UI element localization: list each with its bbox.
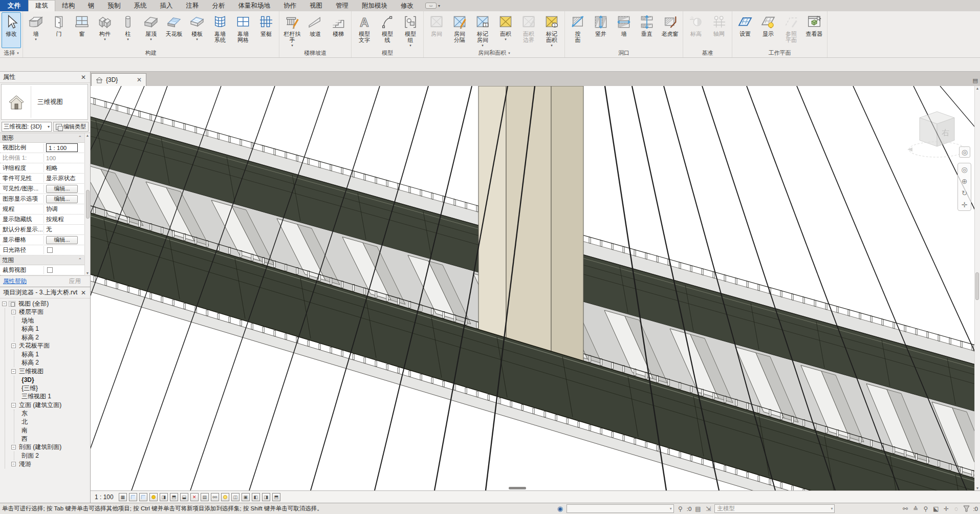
scale-icon[interactable]: ▦ <box>119 493 127 501</box>
render-icon[interactable]: ⬒ <box>170 493 178 501</box>
tree-collapse-icon[interactable]: − <box>11 344 16 348</box>
background-processes-icon[interactable]: ◌ <box>952 505 960 512</box>
ribbon-button-floor[interactable]: 楼板▾ <box>186 12 208 48</box>
chevron-down-icon[interactable]: ▾ <box>482 44 484 48</box>
ribbon-button-ceiling[interactable]: 天花板 <box>163 12 185 48</box>
tab-file[interactable]: 文件 <box>0 0 28 11</box>
prop-row[interactable]: 零件可见性显示原状态 <box>0 174 90 184</box>
ribbon-display-toggle[interactable]: ▭ ▾ <box>425 0 440 11</box>
prop-row[interactable]: 显示栅格编辑... <box>0 235 90 245</box>
full-navigation-wheel-icon[interactable]: ◎ <box>960 165 969 174</box>
select-underlay-icon[interactable]: ≙ <box>911 505 919 512</box>
close-icon[interactable]: ✕ <box>80 289 87 296</box>
chevron-down-icon[interactable]: ▾ <box>196 37 198 41</box>
ribbon-tab-体量和场地[interactable]: 体量和场地 <box>232 0 277 11</box>
ribbon-button-component[interactable]: 构件▾ <box>94 12 116 48</box>
tree-item[interactable]: −视图 (全部) <box>2 299 90 308</box>
prop-checkbox[interactable] <box>47 247 53 253</box>
show-crop-region-icon[interactable] <box>190 493 199 501</box>
ribbon-tab-预制[interactable]: 预制 <box>101 0 127 11</box>
ribbon-button-curtain-grid[interactable]: 幕墙 网格 <box>232 12 254 48</box>
tree-collapse-icon[interactable]: − <box>11 310 16 314</box>
ribbon-button-cursor[interactable]: 修改 <box>2 12 21 48</box>
ribbon-tab-钢[interactable]: 钢 <box>81 0 101 11</box>
tree-collapse-icon[interactable]: − <box>11 369 16 374</box>
ribbon-button-column[interactable]: 柱▾ <box>117 12 139 48</box>
ribbon-button-wall[interactable]: 墙▾ <box>25 12 47 48</box>
chevron-down-icon[interactable]: ▾ <box>104 37 106 41</box>
ribbon-tab-插入[interactable]: 插入 <box>154 0 180 11</box>
select-pinned-icon[interactable]: ⚲ <box>922 505 929 512</box>
highlight-displacement-sets-icon[interactable]: ◧ <box>252 493 260 501</box>
ribbon-tab-协作[interactable]: 协作 <box>277 0 303 11</box>
chevron-down-icon[interactable]: ▾ <box>291 44 293 48</box>
prop-row[interactable]: 视图比例1 : 100 <box>0 143 90 153</box>
close-icon[interactable]: ✕ <box>80 74 87 81</box>
ribbon-tab-建筑[interactable]: 建筑 <box>28 0 55 11</box>
scrollbar-thumb[interactable] <box>975 272 979 300</box>
prop-edit-button[interactable]: 编辑... <box>46 195 78 203</box>
ribbon-button-dormer[interactable]: 老虎窗 <box>659 12 681 48</box>
properties-help-link[interactable]: 属性帮助 <box>3 277 27 285</box>
ribbon-tab-管理[interactable]: 管理 <box>329 0 355 11</box>
tree-item[interactable]: 标高 1 <box>20 350 90 359</box>
pan-icon[interactable]: ✛ <box>960 200 969 209</box>
ribbon-button-model-text[interactable]: A模型 文字 <box>353 12 376 48</box>
worksets-dialog-icon[interactable]: ▤ <box>694 505 702 512</box>
viewport-scrollbar[interactable]: ▲ ▼ <box>974 86 980 490</box>
scroll-down-icon[interactable]: ▼ <box>976 486 979 490</box>
tree-collapse-icon[interactable]: − <box>11 462 16 466</box>
tree-item[interactable]: −剖面 (建筑剖面) <box>11 443 90 452</box>
show-analytical-model-icon[interactable]: ▣ <box>242 493 250 501</box>
tree-item[interactable]: 场地 <box>20 316 90 325</box>
ribbon-button-vertical-opening[interactable]: 垂直 <box>636 12 658 48</box>
horizontal-scrollbar-thumb[interactable] <box>509 487 526 489</box>
selection-filter-icon[interactable] <box>963 505 970 512</box>
editing-requests-icon[interactable]: ⚲ <box>677 505 684 512</box>
tree-item[interactable]: {三维} <box>20 384 90 393</box>
prop-row[interactable]: 可见性/图形...编辑... <box>0 184 90 194</box>
shadows-icon[interactable]: ◨ <box>160 493 168 501</box>
ribbon-button-model-line[interactable]: 模型 线 <box>376 12 399 48</box>
ribbon-button-ramp[interactable]: 坡道 <box>304 12 326 48</box>
sun-path-icon[interactable] <box>149 493 158 501</box>
temporary-hide-isolate-icon[interactable] <box>211 493 219 501</box>
chevron-down-icon[interactable]: ▾ <box>409 44 411 48</box>
unlocked-3d-view-icon[interactable]: ▤ <box>201 493 209 501</box>
apply-button[interactable]: 应用 <box>63 277 87 286</box>
chevron-down-icon[interactable]: ▾ <box>48 124 50 129</box>
tree-item[interactable]: 东 <box>20 410 90 418</box>
tree-item[interactable]: 标高 1 <box>20 325 90 334</box>
ribbon-tab-分析[interactable]: 分析 <box>206 0 232 11</box>
chevron-down-icon[interactable]: ▾ <box>505 37 507 41</box>
prop-row[interactable]: 详细程度粗略 <box>0 163 90 174</box>
ribbon-button-curtain-system[interactable]: 幕墙 系统 <box>209 12 231 48</box>
ribbon-panel-label[interactable]: 选择▾ <box>0 49 23 57</box>
tree-item[interactable]: 南 <box>20 426 90 435</box>
prop-row[interactable]: 规程协调 <box>0 204 90 215</box>
ribbon-button-room-separator[interactable]: 房间 分隔 <box>448 12 471 48</box>
ribbon-button-tag-room[interactable]: 1标记 房间▾ <box>471 12 494 48</box>
select-links-icon[interactable]: ⚯ <box>901 505 909 512</box>
prop-row[interactable]: 显示隐藏线按规程 <box>0 215 90 225</box>
chevron-up-icon[interactable]: ⌃ <box>78 258 82 263</box>
navigation-bar[interactable]: ◎⊕↻✛ <box>957 163 971 211</box>
worksharing-display-icon[interactable]: ⬒ <box>272 493 280 501</box>
ribbon-button-roof[interactable]: 屋顶▾ <box>140 12 162 48</box>
tree-collapse-icon[interactable]: − <box>11 445 16 449</box>
prop-row[interactable]: 裁剪视图 <box>0 265 90 275</box>
orbit-icon[interactable]: ↻ <box>960 188 969 197</box>
chevron-down-icon[interactable]: ▾ <box>150 37 152 41</box>
prop-section-1[interactable]: 范围⌃ <box>0 255 90 265</box>
steering-wheel-icon[interactable]: ◎ <box>959 146 970 158</box>
tree-item[interactable]: 三维视图 1 <box>20 393 90 401</box>
ribbon-button-shaft[interactable]: 竖井 <box>590 12 612 48</box>
tree-item[interactable]: 剖面 2 <box>20 452 90 460</box>
tree-item[interactable]: −立面 (建筑立面) <box>11 401 90 410</box>
close-icon[interactable]: ✕ <box>137 76 142 83</box>
active-workset-combo[interactable]: ▾ <box>567 504 674 513</box>
ribbon-button-mullion[interactable]: 竖梃 <box>255 12 277 48</box>
ribbon-button-railing[interactable]: 栏杆扶手▾ <box>281 12 303 48</box>
ribbon-button-wall-opening[interactable]: 墙 <box>613 12 635 48</box>
design-option-combo[interactable]: 主模型 ▾ <box>714 504 835 513</box>
